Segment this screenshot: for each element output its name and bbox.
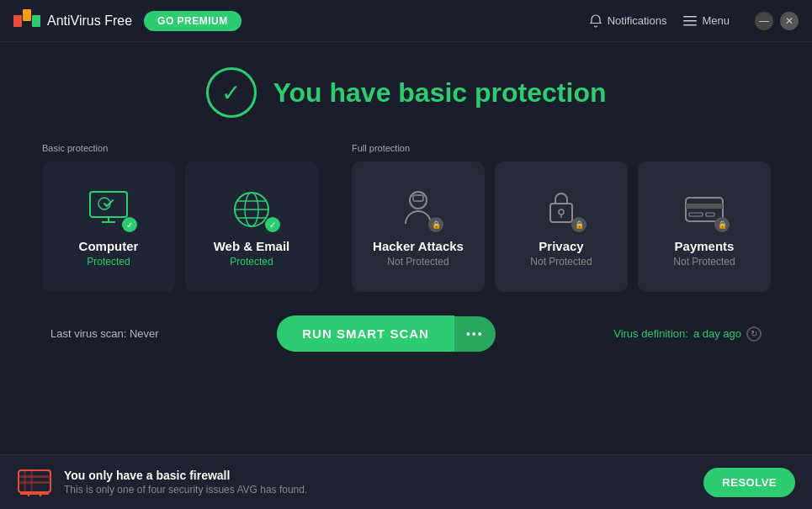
hero-text: You have basic protection [273,77,607,109]
computer-card-icon: ✓ [83,186,134,232]
card-computer[interactable]: ✓ Computer Protected [42,162,175,292]
last-scan-info: Last virus scan: Never [50,327,159,340]
svg-rect-5 [683,24,697,26]
svg-rect-20 [19,481,50,484]
full-protection-group: Full protection 🔒 Hacker Attacks Not Pro… [352,143,771,292]
virus-definition-info: Virus definition: a day ago ↻ [613,326,762,342]
refresh-icon[interactable]: ↻ [746,326,762,342]
last-scan-value: Never [130,327,159,340]
card-privacy[interactable]: 🔒 Privacy Not Protected [495,162,628,292]
svg-rect-17 [706,213,714,216]
notifications-label: Notifications [608,14,667,27]
svg-rect-4 [683,20,697,22]
svg-point-13 [559,209,564,215]
resolve-button[interactable]: RESOLVE [703,468,795,497]
svg-rect-3 [683,16,697,18]
scan-button-group: RUN SMART SCAN ••• [277,315,495,352]
title-bar: AntiVirus Free GO PREMIUM Notifications … [0,0,812,42]
virus-def-label: Virus definition: [613,327,688,340]
avg-logo-icon [13,9,40,33]
svg-rect-12 [550,204,572,222]
svg-rect-19 [19,475,50,478]
menu-label: Menu [702,14,730,27]
hero-accent: basic protection [398,77,606,108]
svg-point-10 [410,192,427,209]
hacker-card-status: Not Protected [387,256,448,268]
hacker-card-icon: 🔒 [393,186,443,232]
notifications-nav[interactable]: Notifications [589,14,667,28]
alert-text-area: You only have a basic firewall This is o… [64,469,692,496]
svg-rect-2 [32,15,40,27]
window-controls: — ✕ [755,12,799,30]
privacy-card-status: Not Protected [530,256,592,268]
privacy-lock-badge: 🔒 [571,217,586,232]
last-scan-label: Last virus scan: [50,327,126,340]
alert-subtitle: This is only one of four security issues… [64,484,692,496]
svg-rect-0 [13,15,22,27]
alert-title: You only have a basic firewall [64,469,692,482]
svg-rect-22 [30,470,33,492]
computer-card-name: Computer [79,239,139,253]
computer-check-badge: ✓ [122,217,137,232]
svg-rect-15 [686,204,723,209]
main-content: ✓ You have basic protection Basic protec… [0,42,812,352]
protection-section: Basic protection ✓ Computer Protect [42,143,770,292]
bell-icon [589,14,602,28]
app-title: AntiVirus Free [47,13,132,29]
card-hacker[interactable]: 🔒 Hacker Attacks Not Protected [352,162,485,292]
run-scan-button[interactable]: RUN SMART SCAN [277,315,454,352]
full-cards-row: 🔒 Hacker Attacks Not Protected � [352,162,771,292]
hacker-lock-badge: 🔒 [428,217,443,232]
menu-icon [683,16,697,26]
hacker-card-name: Hacker Attacks [373,239,464,253]
full-label: Full protection [352,143,771,153]
firewall-alert-icon [17,467,52,497]
hero-section: ✓ You have basic protection [42,67,770,118]
scan-more-dots: ••• [466,327,484,341]
minimize-button[interactable]: — [755,12,773,30]
web-card-name: Web & Email [214,239,290,253]
payments-card-name: Payments [675,239,735,253]
payments-lock-badge: 🔒 [714,217,730,232]
web-card-status: Protected [230,256,273,268]
protection-check-icon: ✓ [206,67,257,118]
basic-cards-row: ✓ Computer Protected ✓ Web [42,162,318,292]
scan-more-button[interactable]: ••• [454,316,496,352]
footer-alert: You only have a basic firewall This is o… [0,454,812,509]
computer-card-status: Protected [87,256,130,268]
web-card-icon: ✓ [226,186,277,232]
basic-protection-group: Basic protection ✓ Computer Protect [42,143,318,292]
scan-bar: Last virus scan: Never RUN SMART SCAN ••… [42,315,770,352]
svg-rect-11 [413,195,423,201]
web-check-badge: ✓ [265,217,280,232]
virus-def-value: a day ago [693,327,741,340]
privacy-card-name: Privacy [539,239,583,253]
svg-rect-1 [23,9,31,21]
close-button[interactable]: ✕ [780,12,799,30]
card-web-email[interactable]: ✓ Web & Email Protected [185,162,318,292]
card-payments[interactable]: 🔒 Payments Not Protected [638,162,771,292]
hero-prefix: You have [273,77,399,108]
svg-rect-21 [24,470,26,492]
menu-nav[interactable]: Menu [683,14,730,27]
privacy-card-icon: 🔒 [536,186,586,232]
payments-card-status: Not Protected [673,256,735,268]
logo-area: AntiVirus Free [13,9,132,33]
title-bar-right: Notifications Menu — ✕ [589,12,799,30]
premium-button[interactable]: GO PREMIUM [144,11,241,31]
basic-label: Basic protection [42,143,318,153]
svg-rect-16 [689,213,703,216]
payments-card-icon: 🔒 [679,186,730,232]
